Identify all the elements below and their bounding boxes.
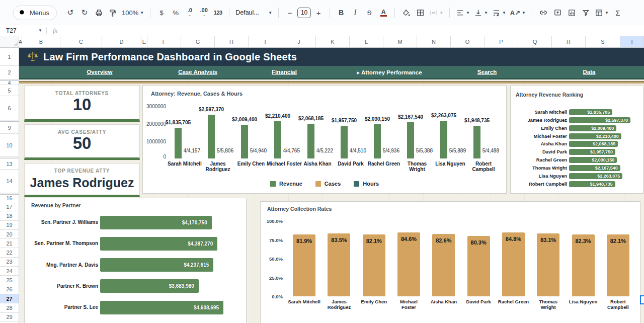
chart-revenue-cases-hours[interactable]: Attorney: Revenue, Cases & Hours 3000000… <box>142 86 507 194</box>
column-header-I[interactable]: I <box>249 36 282 47</box>
insert-link-button[interactable] <box>537 6 550 20</box>
format-currency-button[interactable]: $ <box>155 6 168 20</box>
column-header-C[interactable]: C <box>60 36 102 47</box>
select-all-corner[interactable] <box>0 36 19 48</box>
chart-revenue-ranking[interactable]: Attorney Revenue Ranking Sarah Mitchell$… <box>510 86 643 194</box>
number-format-button[interactable]: 123 <box>211 6 224 20</box>
row-header-9[interactable]: 9 <box>0 122 19 134</box>
functions-button[interactable]: Σ <box>611 6 624 20</box>
insert-comment-button[interactable] <box>551 6 564 20</box>
row-header-19[interactable]: 19 <box>0 221 19 230</box>
row-header-29[interactable]: 29 <box>0 313 19 322</box>
column-header-F[interactable]: F <box>147 36 181 47</box>
selected-cell[interactable] <box>640 295 644 304</box>
zoom-select[interactable]: 100%▼ <box>120 6 145 20</box>
borders-button[interactable] <box>414 6 427 20</box>
row-header-13[interactable]: 13 <box>0 158 19 170</box>
row-header-23[interactable]: 23 <box>0 258 19 267</box>
increase-font-size-button[interactable]: + <box>312 6 325 20</box>
bold-button[interactable]: B <box>335 6 348 20</box>
column-header-D[interactable]: D <box>102 36 141 47</box>
strikethrough-button[interactable]: S <box>363 6 376 20</box>
row-header-4[interactable]: 4 <box>0 81 19 85</box>
fill-color-button[interactable] <box>399 6 413 20</box>
divider <box>278 8 279 18</box>
row-header-5[interactable]: 5 <box>0 85 19 96</box>
rank-value: $1,835,705 <box>569 109 610 115</box>
column-header-S[interactable]: S <box>586 36 620 47</box>
decrease-font-size-button[interactable]: − <box>283 6 296 20</box>
nav-link-case-analysis[interactable]: Case Analysis <box>178 69 217 75</box>
percent-label: 82.1% <box>357 238 391 244</box>
decrease-decimal-button[interactable]: .0← <box>183 6 196 20</box>
insert-chart-button[interactable] <box>565 6 578 20</box>
column-header-T[interactable]: T <box>620 36 644 47</box>
print-button[interactable] <box>92 6 105 20</box>
kpi-avg-cases[interactable]: AVG CASES/ATTY 50 <box>24 124 140 160</box>
chart-collection-rates[interactable]: Attorney Collection Rates 100.0%75.0%50.… <box>260 201 640 323</box>
legend-swatch <box>270 181 276 187</box>
horizontal-align-button[interactable]: ▼ <box>454 6 471 20</box>
percent-label: 84.6% <box>391 236 426 242</box>
row-header-20[interactable]: 20 <box>0 230 19 239</box>
kpi-top-revenue-atty[interactable]: TOP REVENUE ATTY James Rodriguez <box>24 163 140 197</box>
nav-link-financial[interactable]: Financial <box>272 69 297 75</box>
undo-button[interactable]: ↺ <box>64 6 77 20</box>
nav-link-search[interactable]: Search <box>477 69 497 75</box>
row-header-26[interactable]: 26 <box>0 285 19 294</box>
category-label: Aisha Khan <box>424 299 463 305</box>
column-header-B[interactable]: B <box>22 36 60 47</box>
row-header-10[interactable]: 10 <box>0 134 19 157</box>
chevron-down-icon: ▼ <box>605 11 609 15</box>
redo-button[interactable]: ↻ <box>78 6 91 20</box>
column-header-N[interactable]: N <box>417 36 451 47</box>
row-header-14[interactable]: 14 <box>0 170 19 193</box>
row-header-22[interactable]: 22 <box>0 248 19 257</box>
menus-search[interactable]: Menus <box>13 6 57 20</box>
table-views-button[interactable]: ▼ <box>593 6 610 20</box>
row-header-25[interactable]: 25 <box>0 276 19 285</box>
row-header-17[interactable]: 17 <box>0 202 19 211</box>
column-header-E[interactable]: E <box>141 36 147 47</box>
increase-decimal-button[interactable]: .00→ <box>197 6 210 20</box>
row-header-24[interactable]: 24 <box>0 267 19 276</box>
row-header-28[interactable]: 28 <box>0 303 19 312</box>
create-filter-button[interactable] <box>579 6 592 20</box>
row-header-18[interactable]: 18 <box>0 211 19 220</box>
column-header-M[interactable]: M <box>383 36 417 47</box>
column-header-G[interactable]: G <box>181 36 215 47</box>
column-header-Q[interactable]: Q <box>518 36 552 47</box>
chart-revenue-by-partner[interactable]: Revenue by Partner Sen. Partner J. Willi… <box>24 198 247 323</box>
font-size-input[interactable]: 10 <box>297 8 311 18</box>
column-header-K[interactable]: K <box>316 36 350 47</box>
column-header-O[interactable]: O <box>451 36 485 47</box>
column-header-P[interactable]: P <box>485 36 518 47</box>
format-percent-button[interactable]: % <box>169 6 182 20</box>
column-header-J[interactable]: J <box>282 36 316 47</box>
nav-link-overview[interactable]: Overview <box>87 69 112 75</box>
italic-button[interactable]: I <box>349 6 362 20</box>
column-header-L[interactable]: L <box>350 36 383 47</box>
name-box[interactable]: T27 ▼ <box>0 27 46 34</box>
row-header-16[interactable]: 16 <box>0 195 19 202</box>
paint-format-button[interactable] <box>106 6 119 20</box>
legend-item-cases: Cases <box>315 181 341 187</box>
row-header-27[interactable]: 27 <box>0 294 19 303</box>
font-select[interactable]: Defaul...▼ <box>234 6 274 20</box>
column-header-H[interactable]: H <box>215 36 249 47</box>
vertical-align-button[interactable]: ▼ <box>472 6 490 20</box>
text-color-button[interactable]: A <box>377 6 390 20</box>
row-header-21[interactable]: 21 <box>0 239 19 248</box>
kpi-total-attorneys[interactable]: TOTAL ATTORNEYS 10 <box>24 86 140 122</box>
row-header-1[interactable]: 1 <box>0 48 19 66</box>
column-header-R[interactable]: R <box>552 36 586 47</box>
text-wrap-button[interactable]: ▼ <box>491 6 508 20</box>
nav-link-attorney-performance[interactable]: ▸ Attorney Performance <box>357 69 422 76</box>
nav-link-data[interactable]: Data <box>583 69 596 75</box>
row-header-2[interactable]: 2 <box>0 66 19 79</box>
text-rotation-button[interactable]: A↗ ▼ <box>509 6 527 20</box>
row-header-6[interactable]: 6 <box>0 96 19 120</box>
align-bottom-icon <box>474 9 482 17</box>
rank-name: Lisa Nguyen <box>511 173 567 179</box>
merge-cells-button[interactable]: ▼ <box>428 6 445 20</box>
